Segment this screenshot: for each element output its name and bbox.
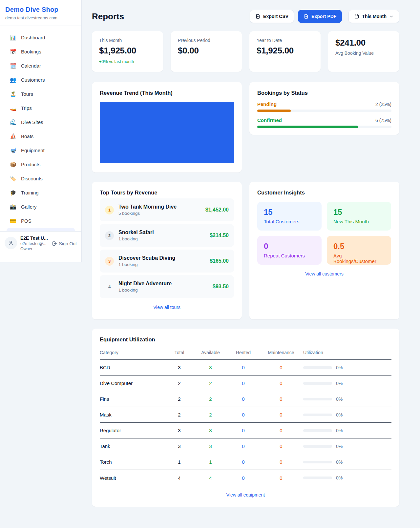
sidebar-item-calendar[interactable]: 🗓️Calendar xyxy=(3,59,78,73)
tour-name: Snorkel Safari xyxy=(118,230,154,235)
sidebar-item-customers[interactable]: 👥Customers xyxy=(3,73,78,87)
insight-tile-avg-bookings: 0.5 Avg Bookings/Customer xyxy=(327,236,391,265)
sidebar-item-label: Boats xyxy=(21,133,33,139)
table-row: Torch 1 1 0 0 0% xyxy=(100,454,391,470)
sidebar-item-label: Trips xyxy=(21,105,32,111)
utilization-track xyxy=(303,414,332,416)
revenue-trend-card: Revenue Trend (This Month) xyxy=(92,82,242,173)
table-header-row: Category Total Available Rented Maintena… xyxy=(100,345,391,360)
brand-name: Demo Dive Shop xyxy=(5,6,76,13)
export-pdf-button[interactable]: Export PDF xyxy=(298,10,342,23)
utilization-percent: 0% xyxy=(336,412,343,417)
view-all-customers-link[interactable]: View all customers xyxy=(257,271,391,276)
cell-maintenance: 0 xyxy=(259,459,303,465)
cell-total: 2 xyxy=(165,412,193,417)
stat-label: Avg Booking Value xyxy=(335,51,392,56)
revenue-trend-bar-chart xyxy=(100,102,234,163)
stat-label: Previous Period xyxy=(178,38,235,43)
customers-icon: 👥 xyxy=(10,77,16,83)
cell-available: 2 xyxy=(193,412,228,417)
stat-cards-row: This Month $1,925.00 +0% vs last month P… xyxy=(92,31,399,72)
sidebar-item-gallery[interactable]: 📸Gallery xyxy=(3,200,78,214)
sidebar-item-products[interactable]: 📦Products xyxy=(3,157,78,172)
calendar-icon xyxy=(354,14,359,19)
sidebar-item-label: Training xyxy=(21,190,39,195)
cell-total: 1 xyxy=(165,459,193,465)
utilization-percent: 0% xyxy=(336,365,343,370)
tile-label: Repeat Customers xyxy=(264,253,315,258)
wave-icon: 🌊 xyxy=(10,119,16,125)
camera-icon: 📸 xyxy=(10,204,16,210)
sidebar-item-pos[interactable]: 💳POS xyxy=(3,214,78,228)
tour-name: Discover Scuba Diving xyxy=(118,255,175,261)
insight-tile-new-this-month: 15 New This Month xyxy=(327,202,391,231)
utilization-track xyxy=(303,445,332,448)
utilization-track xyxy=(303,461,332,463)
tour-amount: $93.50 xyxy=(213,284,229,290)
cell-maintenance: 0 xyxy=(259,428,303,433)
rank-badge: 4 xyxy=(105,282,114,291)
sidebar-item-label: POS xyxy=(21,218,32,224)
tour-amount: $165.00 xyxy=(210,258,229,264)
view-all-equipment-link[interactable]: View all equipment xyxy=(100,492,391,498)
insight-tile-repeat-customers: 0 Repeat Customers xyxy=(257,236,322,265)
progress-track xyxy=(257,110,391,112)
tour-row: 4 Night Dive Adventure1 booking $93.50 xyxy=(100,275,234,298)
cell-rented: 0 xyxy=(228,380,259,386)
cell-total: 2 xyxy=(165,380,193,386)
tour-amount: $1,452.00 xyxy=(205,207,229,213)
cell-total: 3 xyxy=(165,365,193,370)
cell-category: BCD xyxy=(100,365,165,370)
cell-rented: 0 xyxy=(228,412,259,417)
cell-maintenance: 0 xyxy=(259,365,303,370)
rank-badge: 1 xyxy=(105,206,114,214)
sidebar-item-label: Bookings xyxy=(21,49,41,54)
sidebar-item-label: Products xyxy=(21,162,40,167)
column-header: Total xyxy=(165,350,193,355)
sidebar-item-training[interactable]: 🎓Training xyxy=(3,186,78,200)
cell-total: 3 xyxy=(165,428,193,433)
tile-value: 0.5 xyxy=(333,242,385,251)
tile-label: Total Customers xyxy=(264,219,315,224)
view-all-tours-link[interactable]: View all tours xyxy=(100,305,234,310)
column-header: Maintenance xyxy=(259,350,303,355)
tile-label: New This Month xyxy=(333,219,385,224)
sidebar-item-label: Gallery xyxy=(21,204,37,210)
brand: Demo Dive Shop demo.test.divestreams.com xyxy=(0,0,81,26)
export-csv-button[interactable]: Export CSV xyxy=(250,10,294,23)
cell-available: 2 xyxy=(193,396,228,402)
diving-mask-icon: 🤿 xyxy=(10,147,16,153)
cell-total: 2 xyxy=(165,396,193,402)
sign-out-button[interactable]: Sign Out xyxy=(52,241,77,246)
stat-label: This Month xyxy=(99,38,156,43)
graduation-cap-icon: 🎓 xyxy=(10,190,16,196)
cell-category: Fins xyxy=(100,396,165,402)
cell-available: 3 xyxy=(193,443,228,449)
sidebar-item-boats[interactable]: ⛵Boats xyxy=(3,129,78,143)
sidebar-item-bookings[interactable]: 📅Bookings xyxy=(3,45,78,59)
sidebar-item-equipment[interactable]: 🤿Equipment xyxy=(3,143,78,157)
status-row-pending: Pending 2 (25%) xyxy=(257,101,391,112)
cell-category: Tank xyxy=(100,443,165,449)
cell-maintenance: 0 xyxy=(259,412,303,417)
island-icon: 🏝️ xyxy=(10,91,16,97)
stat-value: $0.00 xyxy=(178,46,235,56)
sidebar-item-trips[interactable]: 🚤Trips xyxy=(3,101,78,115)
revenue-trend-title: Revenue Trend (This Month) xyxy=(100,90,234,96)
equipment-utilization-title: Equipment Utilization xyxy=(100,336,391,343)
package-icon: 📦 xyxy=(10,161,16,168)
sidebar-item-dashboard[interactable]: 📊Dashboard xyxy=(3,30,78,45)
table-row: Wetsuit 4 4 0 0 0% xyxy=(100,470,391,486)
sidebar-item-reports-partial[interactable] xyxy=(7,228,75,231)
period-dropdown[interactable]: This Month xyxy=(348,10,399,23)
sign-out-label: Sign Out xyxy=(59,241,77,246)
cell-available: 4 xyxy=(193,475,228,481)
sidebar-item-dive-sites[interactable]: 🌊Dive Sites xyxy=(3,115,78,129)
tour-name: Night Dive Adventure xyxy=(118,281,172,287)
sidebar-item-discounts[interactable]: 🏷️Discounts xyxy=(3,172,78,186)
sidebar-item-label: Dashboard xyxy=(21,35,45,40)
sidebar-item-tours[interactable]: 🏝️Tours xyxy=(3,87,78,101)
cell-rented: 0 xyxy=(228,396,259,402)
user-email: e2e-tester@... xyxy=(20,241,48,246)
user-role: Owner xyxy=(20,247,48,251)
